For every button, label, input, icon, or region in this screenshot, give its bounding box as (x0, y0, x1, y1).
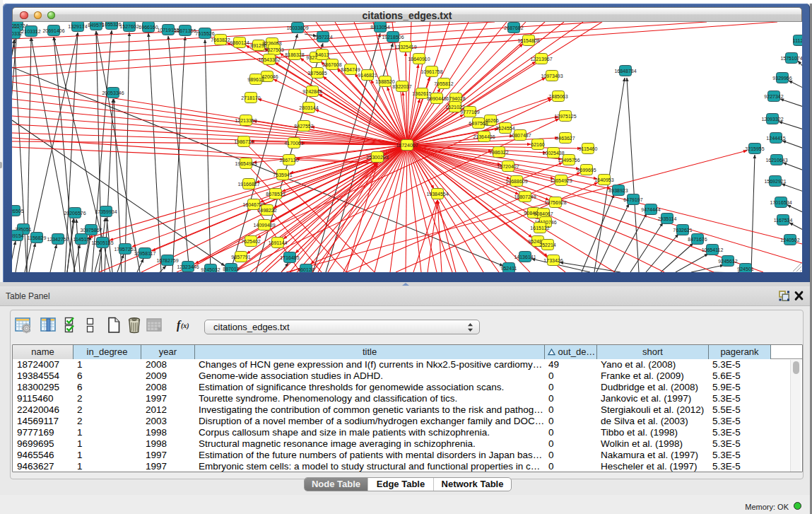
svg-text:14099489: 14099489 (253, 223, 275, 228)
svg-text:2803144: 2803144 (299, 105, 318, 110)
svg-text:1240502: 1240502 (780, 238, 799, 243)
svg-text:7515526: 7515526 (195, 31, 214, 36)
svg-text:20206576: 20206576 (64, 211, 86, 216)
svg-text:18807249: 18807249 (514, 194, 536, 199)
svg-text:10688609: 10688609 (505, 179, 527, 184)
svg-text:16671355: 16671355 (174, 28, 196, 33)
svg-text:15720407: 15720407 (497, 164, 519, 169)
svg-text:10654112: 10654112 (702, 247, 724, 252)
svg-text:16154808: 16154808 (517, 38, 539, 43)
svg-text:19218506: 19218506 (382, 35, 404, 40)
svg-text:9777169: 9777169 (460, 110, 479, 115)
svg-text:8678533: 8678533 (266, 192, 285, 197)
svg-text:6479197: 6479197 (623, 197, 642, 202)
svg-text:(x): (x) (181, 322, 189, 330)
svg-text:9699695: 9699695 (577, 168, 596, 173)
svg-text:1329174: 1329174 (68, 24, 87, 29)
svg-text:1167534: 1167534 (774, 218, 793, 223)
svg-text:7955812: 7955812 (434, 81, 453, 86)
svg-text:20053346: 20053346 (102, 90, 124, 95)
svg-text:1716485: 1716485 (280, 255, 299, 260)
svg-text:12323446: 12323446 (177, 264, 199, 269)
svg-text:8454749: 8454749 (341, 67, 360, 72)
svg-text:1621022: 1621022 (445, 105, 464, 110)
svg-text:8186328: 8186328 (285, 52, 304, 57)
svg-text:12975125: 12975125 (554, 114, 576, 119)
svg-text:17016534: 17016534 (770, 200, 792, 205)
svg-text:9227342: 9227342 (764, 94, 783, 99)
svg-text:1055326: 1055326 (102, 22, 121, 27)
svg-text:2103312: 2103312 (21, 29, 40, 34)
svg-text:9860124: 9860124 (230, 40, 249, 45)
svg-text:8471676: 8471676 (688, 237, 707, 242)
svg-text:8322037: 8322037 (392, 84, 411, 89)
svg-text:9245612: 9245612 (718, 259, 737, 264)
svg-text:7625402: 7625402 (241, 239, 260, 244)
svg-text:9245032: 9245032 (201, 267, 220, 272)
svg-text:1691144: 1691144 (269, 240, 288, 245)
svg-text:9474444: 9474444 (641, 207, 660, 212)
svg-text:6966160: 6966160 (139, 25, 158, 30)
svg-text:9463627: 9463627 (555, 136, 575, 141)
svg-text:7663822: 7663822 (211, 37, 230, 42)
svg-text:54613: 54613 (315, 52, 329, 57)
svg-text:16210643: 16210643 (765, 158, 787, 163)
svg-text:410332: 410332 (12, 31, 23, 36)
svg-text:9115460: 9115460 (579, 146, 598, 151)
svg-text:2687682: 2687682 (504, 25, 523, 30)
svg-text:19654983: 19654983 (235, 161, 257, 166)
svg-text:1527602: 1527602 (119, 24, 139, 29)
svg-text:2935114: 2935114 (658, 216, 677, 221)
svg-text:2718170: 2718170 (241, 95, 260, 100)
svg-text:14136141: 14136141 (514, 255, 536, 259)
svg-text:12093322: 12093322 (761, 117, 783, 122)
svg-text:17957253: 17957253 (114, 247, 136, 252)
svg-text:952411: 952411 (501, 266, 517, 271)
svg-text:252214: 252214 (539, 243, 555, 247)
svg-text:10025438: 10025438 (542, 151, 564, 156)
svg-text:6794028: 6794028 (446, 96, 465, 101)
svg-text:9329966: 9329966 (772, 76, 792, 81)
svg-text:114519: 114519 (73, 237, 90, 242)
svg-text:11123: 11123 (793, 38, 802, 43)
svg-text:1640953: 1640953 (594, 177, 613, 182)
svg-text:19756928: 19756928 (544, 200, 566, 205)
svg-text:9084067: 9084067 (534, 211, 553, 216)
svg-text:16848784: 16848784 (614, 69, 636, 74)
svg-text:7357224: 7357224 (313, 35, 332, 40)
svg-text:8990448: 8990448 (427, 96, 446, 101)
svg-text:25300293: 25300293 (366, 155, 388, 160)
svg-text:13495756: 13495756 (558, 158, 579, 163)
svg-text:7632621: 7632621 (673, 228, 692, 233)
svg-text:12505135: 12505135 (91, 240, 113, 245)
svg-text:7485063: 7485063 (548, 94, 567, 99)
svg-text:15692921: 15692921 (764, 179, 786, 184)
svg-text:989613: 989613 (247, 77, 264, 82)
svg-text:12342757: 12342757 (47, 237, 69, 242)
svg-text:10958117: 10958117 (134, 251, 156, 256)
svg-text:16543362: 16543362 (258, 57, 280, 62)
svg-text:6497568: 6497568 (469, 121, 488, 126)
svg-text:10961758: 10961758 (420, 69, 442, 74)
svg-text:19166827: 19166827 (237, 182, 259, 187)
svg-text:4170061: 4170061 (284, 141, 303, 146)
svg-text:1588520: 1588520 (375, 79, 394, 84)
svg-text:3875685: 3875685 (307, 71, 326, 76)
svg-text:10807487: 10807487 (509, 133, 531, 138)
svg-text:3624554: 3624554 (495, 126, 514, 131)
svg-text:1362615: 1362615 (412, 91, 431, 96)
svg-text:1615132: 1615132 (530, 226, 549, 230)
svg-text:7535941: 7535941 (273, 173, 292, 177)
svg-text:9857791: 9857791 (231, 255, 250, 259)
svg-text:16782759: 16782759 (156, 258, 178, 263)
svg-text:3867130: 3867130 (279, 158, 298, 163)
svg-text:8427552: 8427552 (294, 124, 313, 129)
svg-text:2867608: 2867608 (322, 62, 341, 67)
svg-text:62160: 62160 (531, 142, 545, 147)
svg-text:9146821: 9146821 (358, 73, 377, 78)
svg-text:19384554: 19384554 (426, 192, 448, 197)
svg-text:9327503: 9327503 (264, 47, 283, 52)
svg-text:18640910: 18640910 (408, 57, 430, 62)
svg-text:16033809: 16033809 (286, 25, 308, 30)
svg-text:8938923: 8938923 (608, 188, 628, 193)
